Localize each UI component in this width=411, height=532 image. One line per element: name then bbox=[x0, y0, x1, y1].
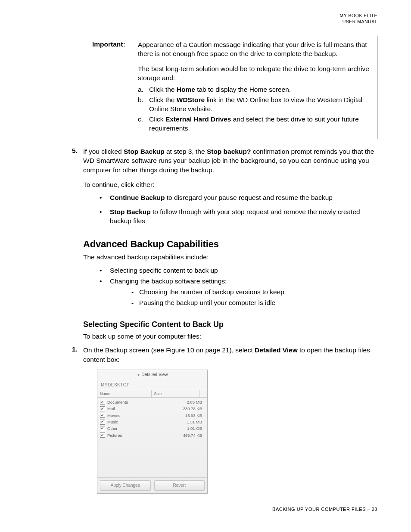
selecting-intro: To back up some of your computer files: bbox=[83, 332, 377, 341]
row-size: 230.78 KB bbox=[183, 406, 206, 411]
important-item-b: b. Click the WDStore link in the WD Onli… bbox=[138, 96, 371, 114]
row-name: Documents bbox=[107, 399, 187, 405]
row-size: 466.74 KB bbox=[183, 432, 206, 438]
revert-button[interactable]: Revert bbox=[154, 480, 205, 491]
important-box: Important: Appearance of a Caution messa… bbox=[86, 36, 377, 139]
shot-rows-container: ✔Documents2.85 MB✔Mail230.78 KB✔Movies15… bbox=[97, 398, 207, 477]
row-size: 1.01 GB bbox=[187, 426, 206, 431]
page-header: MY BOOK ELITE USER MANUAL bbox=[34, 13, 377, 25]
important-item-a: a. Click the Home tab to display the Hom… bbox=[138, 85, 371, 94]
row-name: Mail bbox=[107, 406, 183, 411]
checkbox-icon[interactable]: ✔ bbox=[100, 432, 105, 438]
table-row: ✔Documents2.85 MB bbox=[100, 399, 206, 405]
step-1-text: On the Backup screen (see Figure 10 on p… bbox=[83, 345, 377, 364]
subsection-selecting-content: Selecting Specific Content to Back Up bbox=[83, 320, 377, 329]
row-name: Music bbox=[107, 419, 187, 425]
shot-column-headers: Name Size bbox=[97, 390, 207, 398]
step-5-p2: To continue, click either: bbox=[83, 180, 377, 190]
row-size: 2.85 MB bbox=[187, 399, 206, 405]
important-item-c: c. Click External Hard Drives and select… bbox=[138, 115, 371, 133]
row-name: Other bbox=[107, 426, 187, 431]
checkbox-icon[interactable]: ✔ bbox=[100, 413, 105, 418]
checkbox-icon[interactable]: ✔ bbox=[100, 406, 105, 411]
row-name: Pictures bbox=[107, 432, 183, 438]
step-5-p1: If you clicked Stop Backup at step 3, th… bbox=[83, 147, 377, 175]
bullet-select-content: •Selecting specific content to back up bbox=[100, 266, 377, 275]
checkbox-icon[interactable]: ✔ bbox=[100, 420, 105, 425]
header-line2: USER MANUAL bbox=[342, 19, 377, 24]
col-name: Name bbox=[97, 390, 152, 398]
content-area: Important: Appearance of a Caution messa… bbox=[61, 33, 377, 499]
row-size: 1.31 MB bbox=[187, 419, 206, 425]
bullet-change-settings: • Changing the backup software settings:… bbox=[100, 277, 377, 309]
section-advanced-backup: Advanced Backup Capabilities bbox=[83, 239, 377, 250]
row-size: 15.98 KB bbox=[185, 413, 206, 418]
continue-backup-bullet: •Continue Backup to disregard your pause… bbox=[100, 193, 377, 202]
row-name: Movies bbox=[107, 413, 185, 418]
stop-backup-bullet: •Stop Backup to follow through with your… bbox=[100, 208, 377, 226]
checkbox-icon[interactable]: ✔ bbox=[100, 400, 105, 405]
important-p2: The best long-term solution would be to … bbox=[138, 65, 371, 83]
advanced-intro: The advanced backup capabilities include… bbox=[83, 252, 377, 262]
shot-device-name: MYDESKTOP bbox=[97, 380, 207, 390]
important-label: Important: bbox=[92, 40, 138, 48]
step-5-number: 5. bbox=[72, 147, 83, 190]
dash-versions: -Choosing the number of backup versions … bbox=[131, 288, 284, 297]
table-row: ✔Movies15.98 KB bbox=[100, 412, 206, 419]
table-row: ✔Music1.31 MB bbox=[100, 419, 206, 425]
step-1: 1. On the Backup screen (see Figure 10 o… bbox=[73, 345, 377, 494]
header-line1: MY BOOK ELITE bbox=[340, 13, 377, 18]
table-row: ✔Other1.01 GB bbox=[100, 425, 206, 432]
shot-title-bar: ▼Detailed View bbox=[97, 370, 207, 380]
dropdown-icon: ▼ bbox=[137, 373, 140, 377]
step-1-number: 1. bbox=[72, 345, 83, 494]
table-row: ✔Pictures466.74 KB bbox=[100, 432, 206, 439]
checkbox-icon[interactable]: ✔ bbox=[100, 426, 105, 431]
important-p1: Appearance of a Caution message indicati… bbox=[138, 40, 371, 59]
apply-changes-button[interactable]: Apply Changes bbox=[100, 480, 151, 491]
table-row: ✔Mail230.78 KB bbox=[100, 405, 206, 412]
page-footer: BACKING UP YOUR COMPUTER FILES – 23 bbox=[272, 507, 377, 512]
dash-pause-idle: -Pausing the backup until your computer … bbox=[131, 299, 284, 308]
detailed-view-screenshot: ▼Detailed View MYDESKTOP Name Size ✔Docu… bbox=[97, 370, 208, 494]
step-5: 5. If you clicked Stop Backup at step 3,… bbox=[73, 147, 377, 190]
col-size: Size bbox=[152, 390, 199, 398]
